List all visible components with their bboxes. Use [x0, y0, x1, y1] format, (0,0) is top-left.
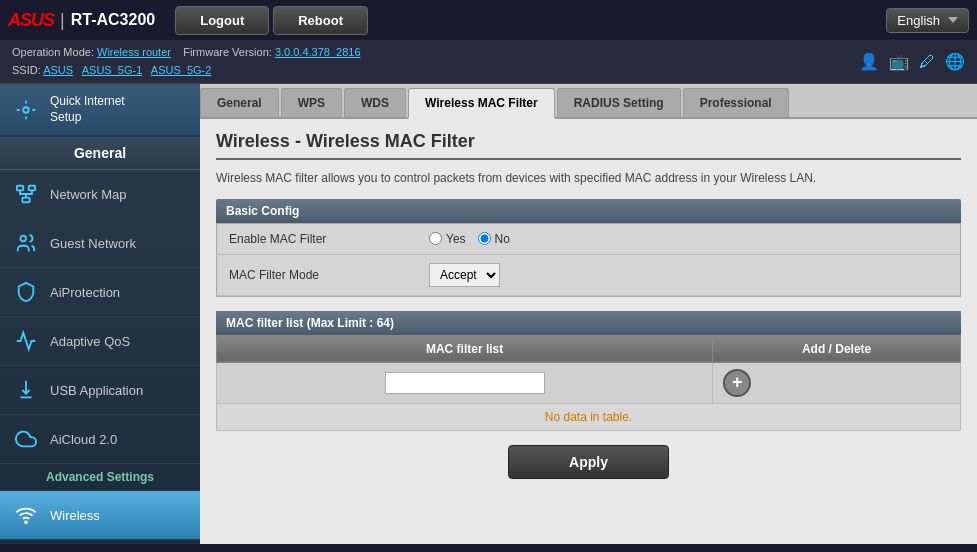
- basic-config-section: Basic Config Enable MAC Filter Yes: [216, 199, 961, 297]
- add-mac-button[interactable]: +: [723, 369, 751, 397]
- enable-mac-filter-row: Enable MAC Filter Yes No: [217, 224, 960, 255]
- adaptive-qos-icon: [12, 327, 40, 355]
- svg-rect-2: [29, 186, 35, 191]
- asus-logo-text: ASUS: [8, 10, 54, 31]
- no-option[interactable]: No: [478, 232, 510, 246]
- ssid-asus[interactable]: ASUS: [43, 64, 73, 76]
- guest-network-icon: [12, 229, 40, 257]
- tab-wps[interactable]: WPS: [281, 88, 342, 117]
- sidebar-item-network-map[interactable]: Network Map: [0, 170, 200, 219]
- sidebar-item-aicloud[interactable]: AiCloud 2.0: [0, 415, 200, 464]
- basic-config-body: Enable MAC Filter Yes No: [216, 223, 961, 297]
- status-info: Operation Mode: Wireless router Firmware…: [12, 44, 361, 79]
- tab-wds[interactable]: WDS: [344, 88, 406, 117]
- quick-setup-icon: [12, 96, 40, 124]
- usb-application-icon: [12, 376, 40, 404]
- aicloud-label: AiCloud 2.0: [50, 432, 117, 447]
- mac-filter-mode-row: MAC Filter Mode Accept Reject: [217, 255, 960, 296]
- tab-wireless-mac-filter[interactable]: Wireless MAC Filter: [408, 88, 555, 119]
- user-icon[interactable]: 👤: [859, 52, 879, 71]
- svg-point-4: [21, 236, 27, 242]
- sidebar-item-guest-network[interactable]: Guest Network: [0, 219, 200, 268]
- ssid-label: SSID:: [12, 64, 41, 76]
- network-map-icon: [12, 180, 40, 208]
- sidebar: Quick InternetSetup General Network Map: [0, 84, 200, 544]
- yes-label: Yes: [446, 232, 466, 246]
- mac-filter-mode-label: MAC Filter Mode: [229, 268, 429, 282]
- firmware-label: Firmware Version:: [183, 46, 272, 58]
- op-mode-label: Operation Mode:: [12, 46, 94, 58]
- tab-general[interactable]: General: [200, 88, 279, 117]
- ssid-5g2[interactable]: ASUS_5G-2: [151, 64, 212, 76]
- sidebar-item-usb-application[interactable]: USB Application: [0, 366, 200, 415]
- header-buttons: Logout Reboot: [175, 6, 368, 35]
- language-dropdown-arrow: [948, 17, 958, 23]
- col-add-delete: Add / Delete: [713, 335, 961, 362]
- reboot-button[interactable]: Reboot: [273, 6, 368, 35]
- guest-network-label: Guest Network: [50, 236, 136, 251]
- status-icons: 👤 📺 🖊 🌐: [859, 52, 965, 71]
- main-content: Wireless - Wireless MAC Filter Wireless …: [200, 119, 977, 505]
- usb-application-label: USB Application: [50, 383, 143, 398]
- svg-point-5: [25, 522, 27, 524]
- sidebar-item-wireless[interactable]: Wireless: [0, 491, 200, 540]
- network-map-label: Network Map: [50, 187, 127, 202]
- language-label: English: [897, 13, 940, 28]
- aicloud-icon: [12, 425, 40, 453]
- content-area: General WPS WDS Wireless MAC Filter RADI…: [200, 84, 977, 544]
- no-data-row: No data in table.: [217, 403, 961, 430]
- enable-mac-filter-label: Enable MAC Filter: [229, 232, 429, 246]
- tabs: General WPS WDS Wireless MAC Filter RADI…: [200, 84, 977, 119]
- sidebar-general-header: General: [0, 137, 200, 170]
- yes-option[interactable]: Yes: [429, 232, 466, 246]
- op-mode-value[interactable]: Wireless router: [97, 46, 171, 58]
- quick-setup-label: Quick InternetSetup: [50, 94, 125, 125]
- sidebar-advanced-header: Advanced Settings: [0, 464, 200, 491]
- svg-point-0: [23, 107, 29, 113]
- tab-professional[interactable]: Professional: [683, 88, 789, 117]
- ssid-5g1[interactable]: ASUS_5G-1: [82, 64, 143, 76]
- mac-filter-mode-select[interactable]: Accept Reject: [429, 263, 500, 287]
- logo: ASUS | RT-AC3200: [8, 10, 155, 31]
- apply-section: Apply: [216, 431, 961, 493]
- network-icon[interactable]: 🌐: [945, 52, 965, 71]
- no-label: No: [495, 232, 510, 246]
- language-selector[interactable]: English: [886, 8, 969, 33]
- sidebar-item-adaptive-qos[interactable]: Adaptive QoS: [0, 317, 200, 366]
- add-delete-cell: +: [713, 362, 961, 403]
- aiprotection-icon: [12, 278, 40, 306]
- filter-table: MAC filter list Add / Delete +: [216, 335, 961, 431]
- sidebar-item-quick-setup[interactable]: Quick InternetSetup: [0, 84, 200, 137]
- page-description: Wireless MAC filter allows you to contro…: [216, 170, 961, 187]
- mac-filter-mode-value: Accept Reject: [429, 263, 500, 287]
- no-data-cell: No data in table.: [217, 403, 961, 430]
- header: ASUS | RT-AC3200 Logout Reboot English: [0, 0, 977, 40]
- basic-config-header: Basic Config: [216, 199, 961, 223]
- logout-button[interactable]: Logout: [175, 6, 269, 35]
- filter-list-header: MAC filter list (Max Limit : 64): [216, 311, 961, 335]
- page-title: Wireless - Wireless MAC Filter: [216, 131, 961, 160]
- adaptive-qos-label: Adaptive QoS: [50, 334, 130, 349]
- enable-mac-filter-value: Yes No: [429, 232, 510, 246]
- apply-button[interactable]: Apply: [508, 445, 669, 479]
- svg-rect-3: [22, 198, 29, 203]
- model-name: RT-AC3200: [71, 11, 155, 29]
- usb-icon[interactable]: 🖊: [919, 53, 935, 71]
- filter-list-section: MAC filter list (Max Limit : 64) MAC fil…: [216, 311, 961, 431]
- yes-radio[interactable]: [429, 232, 442, 245]
- sidebar-item-aiprotection[interactable]: AiProtection: [0, 268, 200, 317]
- main-layout: Quick InternetSetup General Network Map: [0, 84, 977, 544]
- mac-input-cell: [217, 362, 713, 403]
- wireless-icon: [12, 501, 40, 529]
- tab-radius-setting[interactable]: RADIUS Setting: [557, 88, 681, 117]
- status-bar: Operation Mode: Wireless router Firmware…: [0, 40, 977, 84]
- svg-rect-1: [17, 186, 23, 191]
- mac-input-row: +: [217, 362, 961, 403]
- firmware-value[interactable]: 3.0.0.4.378_2816: [275, 46, 361, 58]
- aiprotection-label: AiProtection: [50, 285, 120, 300]
- col-mac-list: MAC filter list: [217, 335, 713, 362]
- wireless-label: Wireless: [50, 508, 100, 523]
- mac-input-field[interactable]: [385, 372, 545, 394]
- monitor-icon[interactable]: 📺: [889, 52, 909, 71]
- no-radio[interactable]: [478, 232, 491, 245]
